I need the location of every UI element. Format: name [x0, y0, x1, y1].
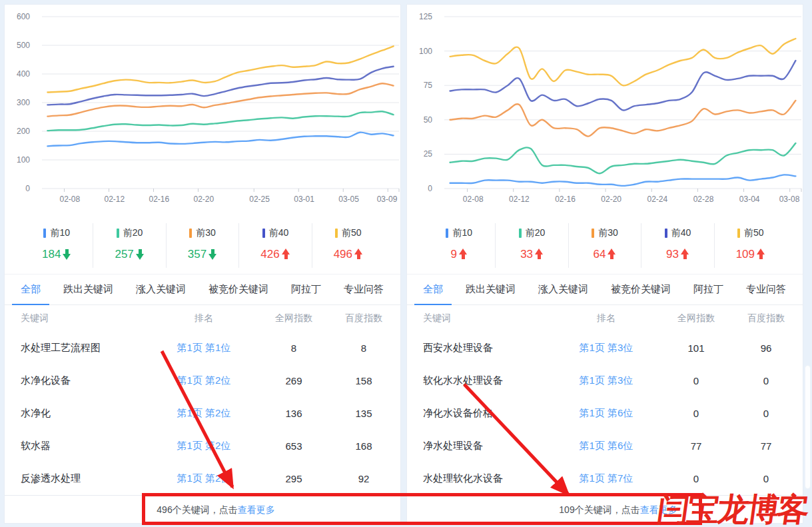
- table-row: 净化水设备价格 第1页 第6位 0 0: [407, 397, 803, 430]
- legend-label-top50: 前50: [342, 227, 362, 239]
- all-index-cell: 295: [254, 473, 334, 484]
- svg-text:600: 600: [17, 12, 30, 21]
- legend-label-top30: 前30: [598, 227, 618, 239]
- top30-color-bar: [189, 229, 192, 238]
- rank-link[interactable]: 第1页 第2位: [154, 440, 254, 452]
- svg-text:300: 300: [17, 98, 30, 107]
- top50-count: 496: [334, 248, 352, 261]
- svg-text:03-08: 03-08: [779, 195, 800, 204]
- trend-arrow-icon: [282, 249, 290, 260]
- trend-arrow-icon: [757, 249, 765, 260]
- keyword-panel-left: 010020030040050060002-0802-1202-1602-200…: [4, 4, 401, 524]
- baidu-index-cell: 168: [334, 440, 394, 452]
- rank-link[interactable]: 第1页 第3位: [556, 342, 656, 354]
- svg-text:03-09: 03-09: [377, 195, 398, 204]
- svg-text:200: 200: [17, 127, 30, 136]
- rank-legend-left: 前10 184 前20 257 前30 357 前40 426 前50 496: [5, 217, 400, 274]
- scrollbar-thumb[interactable]: [805, 365, 811, 489]
- svg-text:02-20: 02-20: [601, 195, 621, 204]
- trend-arrow-icon: [354, 249, 363, 260]
- trend-arrow-icon: [459, 249, 468, 260]
- keyword-cell: 水净化: [21, 407, 154, 420]
- tab-risen-keywords[interactable]: 涨入关键词: [127, 274, 195, 305]
- all-index-cell: 136: [254, 408, 334, 419]
- tab-bid-keywords[interactable]: 被竞价关键词: [200, 274, 277, 305]
- table-row: 水处理工艺流程图 第1页 第1位 8 8: [5, 332, 400, 364]
- svg-text:02-16: 02-16: [555, 195, 576, 204]
- tab-dropped-keywords[interactable]: 跌出关键词: [457, 274, 524, 305]
- keyword-cell: 西安水处理设备: [423, 342, 556, 354]
- rank-link[interactable]: 第1页 第2位: [154, 407, 254, 420]
- tab-professional-qa[interactable]: 专业问答: [737, 274, 795, 305]
- legend-top20: 前20 33: [495, 223, 568, 268]
- legend-label-top40: 前40: [671, 227, 691, 239]
- tab-bid-keywords[interactable]: 被竞价关键词: [602, 274, 679, 305]
- rank-link[interactable]: 第1页 第6位: [556, 407, 656, 420]
- table-header-right: 关键词 排名 全网指数 百度指数: [407, 305, 803, 332]
- keyword-cell: 净水处理设备: [423, 440, 556, 452]
- svg-text:02-16: 02-16: [149, 195, 170, 204]
- view-more-link[interactable]: 查看更多: [238, 504, 275, 516]
- rank-link[interactable]: 第1页 第7位: [556, 472, 656, 485]
- rank-link[interactable]: 第1页 第2位: [154, 472, 254, 485]
- top20-count: 33: [520, 248, 533, 261]
- rank-link[interactable]: 第1页 第1位: [154, 342, 254, 354]
- top50-count: 109: [736, 248, 755, 261]
- legend-top20: 前20 257: [93, 223, 165, 268]
- rank-link[interactable]: 第1页 第2位: [154, 374, 254, 387]
- tab-all[interactable]: 全部: [12, 274, 49, 305]
- all-index-cell: 101: [656, 342, 736, 354]
- svg-text:500: 500: [17, 41, 30, 50]
- svg-text:400: 400: [17, 69, 30, 79]
- table-row: 软水器 第1页 第2位 653 168: [5, 430, 400, 462]
- top10-color-bar: [446, 229, 448, 238]
- svg-text:0: 0: [25, 184, 30, 193]
- top10-count: 184: [42, 248, 61, 261]
- all-index-cell: 0: [656, 473, 736, 484]
- top30-count: 357: [188, 248, 206, 261]
- legend-label-top30: 前30: [196, 227, 216, 239]
- ranking-trend-chart-right: 025507510012502-0802-1202-1602-2002-2402…: [407, 5, 804, 217]
- keyword-cell: 软水器: [21, 440, 154, 452]
- top10-color-bar: [43, 229, 46, 238]
- tab-all[interactable]: 全部: [414, 274, 452, 305]
- tab-professional-qa[interactable]: 专业问答: [335, 274, 392, 305]
- svg-text:02-12: 02-12: [509, 195, 530, 204]
- svg-text:02-25: 02-25: [249, 195, 270, 204]
- table-row: 水净化设备 第1页 第2位 269 158: [5, 364, 400, 397]
- table-footer-left: 496个关键词，点击查看更多: [5, 495, 400, 524]
- tab-aladdin[interactable]: 阿拉丁: [685, 274, 732, 305]
- all-index-cell: 8: [254, 342, 334, 354]
- all-index-cell: 269: [254, 375, 334, 386]
- table-row: 反渗透水处理 第1页 第2位 295 92: [5, 462, 400, 495]
- top50-color-bar: [335, 229, 338, 238]
- tab-risen-keywords[interactable]: 涨入关键词: [530, 274, 597, 305]
- tab-aladdin[interactable]: 阿拉丁: [282, 274, 330, 305]
- svg-text:125: 125: [419, 12, 432, 21]
- baidu-index-cell: 96: [736, 342, 796, 354]
- rank-link[interactable]: 第1页 第6位: [556, 440, 656, 452]
- baidu-index-cell: 92: [334, 473, 394, 484]
- legend-label-top10: 前10: [452, 227, 472, 239]
- col-all-index: 全网指数: [254, 312, 334, 324]
- col-all-index: 全网指数: [656, 312, 736, 324]
- legend-top50: 前50 496: [312, 223, 384, 268]
- keyword-cell: 水处理工艺流程图: [21, 342, 154, 354]
- top20-count: 257: [115, 248, 133, 261]
- keyword-cell: 软化水水处理设备: [423, 374, 556, 387]
- legend-top10: 前10 184: [21, 223, 93, 268]
- legend-label-top20: 前20: [123, 227, 143, 239]
- baidu-index-cell: 8: [334, 342, 394, 354]
- rank-link[interactable]: 第1页 第3位: [556, 374, 656, 387]
- baidu-index-cell: 0: [736, 473, 796, 484]
- trend-arrow-icon: [63, 249, 71, 260]
- col-rank: 排名: [556, 312, 656, 324]
- top10-count: 9: [450, 248, 456, 261]
- keyword-cell: 水净化设备: [21, 374, 154, 387]
- svg-text:02-08: 02-08: [60, 195, 81, 204]
- svg-text:02-24: 02-24: [647, 195, 668, 204]
- tab-dropped-keywords[interactable]: 跌出关键词: [55, 274, 122, 305]
- keyword-cell: 净化水设备价格: [423, 407, 556, 420]
- keyword-count-text: 109个关键词，点击: [559, 504, 639, 516]
- all-index-cell: 77: [656, 440, 736, 452]
